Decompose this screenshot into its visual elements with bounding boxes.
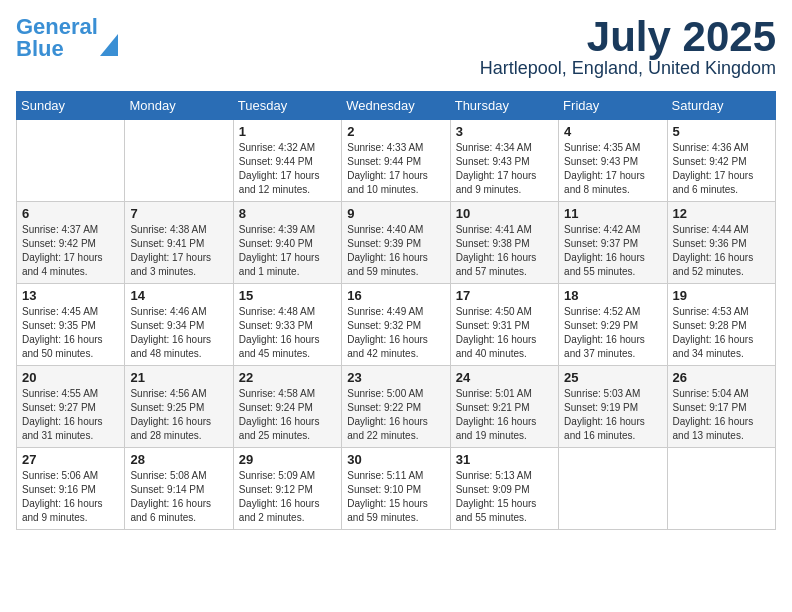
day-number: 27 xyxy=(22,452,119,467)
weekday-header: Saturday xyxy=(667,92,775,120)
svg-marker-0 xyxy=(100,34,118,56)
day-info: Sunrise: 4:34 AM Sunset: 9:43 PM Dayligh… xyxy=(456,141,553,197)
calendar-cell xyxy=(559,448,667,530)
calendar-cell: 22Sunrise: 4:58 AM Sunset: 9:24 PM Dayli… xyxy=(233,366,341,448)
calendar-cell: 15Sunrise: 4:48 AM Sunset: 9:33 PM Dayli… xyxy=(233,284,341,366)
day-info: Sunrise: 4:48 AM Sunset: 9:33 PM Dayligh… xyxy=(239,305,336,361)
day-info: Sunrise: 4:58 AM Sunset: 9:24 PM Dayligh… xyxy=(239,387,336,443)
day-info: Sunrise: 4:46 AM Sunset: 9:34 PM Dayligh… xyxy=(130,305,227,361)
calendar-cell: 31Sunrise: 5:13 AM Sunset: 9:09 PM Dayli… xyxy=(450,448,558,530)
calendar-cell xyxy=(667,448,775,530)
day-number: 20 xyxy=(22,370,119,385)
day-info: Sunrise: 5:00 AM Sunset: 9:22 PM Dayligh… xyxy=(347,387,444,443)
calendar-cell: 10Sunrise: 4:41 AM Sunset: 9:38 PM Dayli… xyxy=(450,202,558,284)
day-info: Sunrise: 4:44 AM Sunset: 9:36 PM Dayligh… xyxy=(673,223,770,279)
day-info: Sunrise: 4:55 AM Sunset: 9:27 PM Dayligh… xyxy=(22,387,119,443)
calendar-table: SundayMondayTuesdayWednesdayThursdayFrid… xyxy=(16,91,776,530)
page-header: GeneralBlue July 2025 Hartlepool, Englan… xyxy=(16,16,776,79)
day-info: Sunrise: 5:06 AM Sunset: 9:16 PM Dayligh… xyxy=(22,469,119,525)
day-info: Sunrise: 5:13 AM Sunset: 9:09 PM Dayligh… xyxy=(456,469,553,525)
calendar-cell: 23Sunrise: 5:00 AM Sunset: 9:22 PM Dayli… xyxy=(342,366,450,448)
day-number: 1 xyxy=(239,124,336,139)
calendar-cell xyxy=(17,120,125,202)
day-info: Sunrise: 4:52 AM Sunset: 9:29 PM Dayligh… xyxy=(564,305,661,361)
calendar-cell: 29Sunrise: 5:09 AM Sunset: 9:12 PM Dayli… xyxy=(233,448,341,530)
day-info: Sunrise: 4:41 AM Sunset: 9:38 PM Dayligh… xyxy=(456,223,553,279)
day-info: Sunrise: 5:03 AM Sunset: 9:19 PM Dayligh… xyxy=(564,387,661,443)
day-number: 13 xyxy=(22,288,119,303)
location-title: Hartlepool, England, United Kingdom xyxy=(480,58,776,79)
calendar-cell: 14Sunrise: 4:46 AM Sunset: 9:34 PM Dayli… xyxy=(125,284,233,366)
calendar-cell: 30Sunrise: 5:11 AM Sunset: 9:10 PM Dayli… xyxy=(342,448,450,530)
calendar-cell: 25Sunrise: 5:03 AM Sunset: 9:19 PM Dayli… xyxy=(559,366,667,448)
calendar-cell: 2Sunrise: 4:33 AM Sunset: 9:44 PM Daylig… xyxy=(342,120,450,202)
day-number: 21 xyxy=(130,370,227,385)
day-info: Sunrise: 4:49 AM Sunset: 9:32 PM Dayligh… xyxy=(347,305,444,361)
day-info: Sunrise: 5:01 AM Sunset: 9:21 PM Dayligh… xyxy=(456,387,553,443)
weekday-header: Friday xyxy=(559,92,667,120)
day-info: Sunrise: 4:56 AM Sunset: 9:25 PM Dayligh… xyxy=(130,387,227,443)
day-number: 26 xyxy=(673,370,770,385)
calendar-cell: 11Sunrise: 4:42 AM Sunset: 9:37 PM Dayli… xyxy=(559,202,667,284)
day-number: 18 xyxy=(564,288,661,303)
day-number: 29 xyxy=(239,452,336,467)
weekday-header-row: SundayMondayTuesdayWednesdayThursdayFrid… xyxy=(17,92,776,120)
logo-icon xyxy=(100,34,118,56)
calendar-week-row: 27Sunrise: 5:06 AM Sunset: 9:16 PM Dayli… xyxy=(17,448,776,530)
day-info: Sunrise: 4:42 AM Sunset: 9:37 PM Dayligh… xyxy=(564,223,661,279)
day-number: 19 xyxy=(673,288,770,303)
day-number: 28 xyxy=(130,452,227,467)
day-number: 30 xyxy=(347,452,444,467)
day-number: 6 xyxy=(22,206,119,221)
month-title: July 2025 xyxy=(480,16,776,58)
day-number: 3 xyxy=(456,124,553,139)
day-info: Sunrise: 4:36 AM Sunset: 9:42 PM Dayligh… xyxy=(673,141,770,197)
day-info: Sunrise: 4:38 AM Sunset: 9:41 PM Dayligh… xyxy=(130,223,227,279)
calendar-cell: 1Sunrise: 4:32 AM Sunset: 9:44 PM Daylig… xyxy=(233,120,341,202)
day-number: 25 xyxy=(564,370,661,385)
day-number: 12 xyxy=(673,206,770,221)
calendar-cell: 13Sunrise: 4:45 AM Sunset: 9:35 PM Dayli… xyxy=(17,284,125,366)
logo: GeneralBlue xyxy=(16,16,118,60)
day-info: Sunrise: 4:35 AM Sunset: 9:43 PM Dayligh… xyxy=(564,141,661,197)
day-number: 4 xyxy=(564,124,661,139)
calendar-cell: 16Sunrise: 4:49 AM Sunset: 9:32 PM Dayli… xyxy=(342,284,450,366)
calendar-week-row: 6Sunrise: 4:37 AM Sunset: 9:42 PM Daylig… xyxy=(17,202,776,284)
calendar-cell: 26Sunrise: 5:04 AM Sunset: 9:17 PM Dayli… xyxy=(667,366,775,448)
day-number: 22 xyxy=(239,370,336,385)
day-info: Sunrise: 4:50 AM Sunset: 9:31 PM Dayligh… xyxy=(456,305,553,361)
day-info: Sunrise: 4:33 AM Sunset: 9:44 PM Dayligh… xyxy=(347,141,444,197)
calendar-cell: 17Sunrise: 4:50 AM Sunset: 9:31 PM Dayli… xyxy=(450,284,558,366)
day-number: 10 xyxy=(456,206,553,221)
day-info: Sunrise: 4:39 AM Sunset: 9:40 PM Dayligh… xyxy=(239,223,336,279)
day-number: 5 xyxy=(673,124,770,139)
day-number: 7 xyxy=(130,206,227,221)
day-info: Sunrise: 4:37 AM Sunset: 9:42 PM Dayligh… xyxy=(22,223,119,279)
calendar-cell: 6Sunrise: 4:37 AM Sunset: 9:42 PM Daylig… xyxy=(17,202,125,284)
day-info: Sunrise: 5:08 AM Sunset: 9:14 PM Dayligh… xyxy=(130,469,227,525)
weekday-header: Monday xyxy=(125,92,233,120)
calendar-cell: 9Sunrise: 4:40 AM Sunset: 9:39 PM Daylig… xyxy=(342,202,450,284)
calendar-cell: 12Sunrise: 4:44 AM Sunset: 9:36 PM Dayli… xyxy=(667,202,775,284)
calendar-cell: 24Sunrise: 5:01 AM Sunset: 9:21 PM Dayli… xyxy=(450,366,558,448)
day-number: 17 xyxy=(456,288,553,303)
calendar-cell: 4Sunrise: 4:35 AM Sunset: 9:43 PM Daylig… xyxy=(559,120,667,202)
calendar-cell: 27Sunrise: 5:06 AM Sunset: 9:16 PM Dayli… xyxy=(17,448,125,530)
day-number: 15 xyxy=(239,288,336,303)
calendar-week-row: 1Sunrise: 4:32 AM Sunset: 9:44 PM Daylig… xyxy=(17,120,776,202)
calendar-cell: 5Sunrise: 4:36 AM Sunset: 9:42 PM Daylig… xyxy=(667,120,775,202)
day-info: Sunrise: 4:40 AM Sunset: 9:39 PM Dayligh… xyxy=(347,223,444,279)
calendar-cell: 3Sunrise: 4:34 AM Sunset: 9:43 PM Daylig… xyxy=(450,120,558,202)
day-info: Sunrise: 4:53 AM Sunset: 9:28 PM Dayligh… xyxy=(673,305,770,361)
logo-text: GeneralBlue xyxy=(16,16,98,60)
calendar-week-row: 20Sunrise: 4:55 AM Sunset: 9:27 PM Dayli… xyxy=(17,366,776,448)
day-number: 14 xyxy=(130,288,227,303)
calendar-cell: 20Sunrise: 4:55 AM Sunset: 9:27 PM Dayli… xyxy=(17,366,125,448)
day-number: 9 xyxy=(347,206,444,221)
calendar-cell: 8Sunrise: 4:39 AM Sunset: 9:40 PM Daylig… xyxy=(233,202,341,284)
day-info: Sunrise: 4:45 AM Sunset: 9:35 PM Dayligh… xyxy=(22,305,119,361)
day-info: Sunrise: 5:09 AM Sunset: 9:12 PM Dayligh… xyxy=(239,469,336,525)
day-number: 2 xyxy=(347,124,444,139)
day-number: 23 xyxy=(347,370,444,385)
day-number: 31 xyxy=(456,452,553,467)
